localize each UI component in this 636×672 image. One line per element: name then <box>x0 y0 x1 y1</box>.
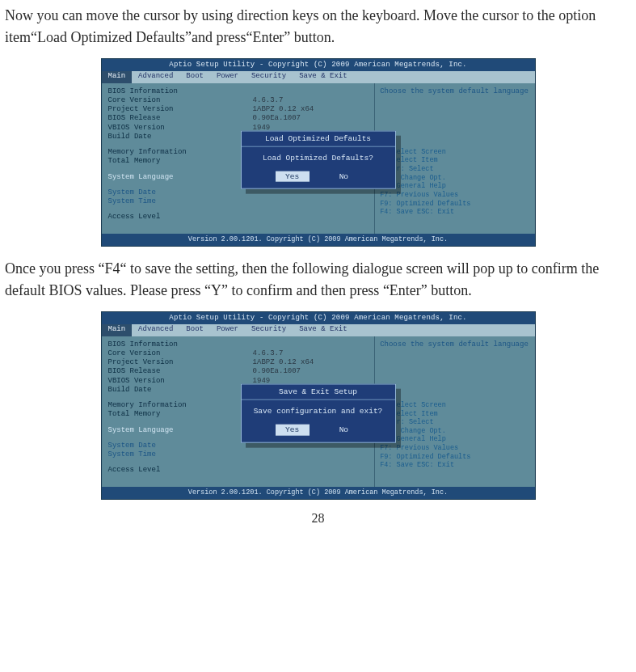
help-key-screen: ↔: Select Screen <box>380 148 529 157</box>
bios-help-pane: Choose the system default language ↔: Se… <box>374 336 534 487</box>
bios-tab-advanced[interactable]: Advanced <box>132 324 179 336</box>
build-date-label: Build Date <box>108 386 253 395</box>
help-key-change: +/-: Change Opt. <box>380 427 529 436</box>
memory-info-header: Memory Information <box>108 148 253 157</box>
system-time-item[interactable]: System Time <box>108 450 253 459</box>
bios-release-value: 0.90Ea.1007 <box>253 367 372 376</box>
bios-screenshot-load-defaults: Aptio Setup Utility - Copyright (C) 2009… <box>101 58 536 247</box>
bios-tab-power[interactable]: Power <box>210 71 245 82</box>
bios-screenshot-save-exit: Aptio Setup Utility - Copyright (C) 2009… <box>101 311 536 500</box>
bios-tab-advanced[interactable]: Advanced <box>132 71 179 82</box>
bios-tab-security[interactable]: Security <box>245 324 293 336</box>
help-key-enter: Enter: Select <box>380 165 529 174</box>
bios-tab-main[interactable]: Main <box>102 324 133 336</box>
project-version-label: Project Version <box>108 358 253 367</box>
system-language-item[interactable]: System Language <box>108 173 253 182</box>
system-date-item[interactable]: System Date <box>108 188 253 197</box>
project-version-label: Project Version <box>108 105 253 114</box>
help-key-f1: F1: General Help <box>380 182 529 191</box>
system-time-item[interactable]: System Time <box>108 197 253 206</box>
help-key-item: ↕: Select Item <box>380 156 529 165</box>
bios-release-label: BIOS Release <box>108 114 253 123</box>
bios-tab-save-exit[interactable]: Save & Exit <box>293 71 353 82</box>
help-key-f9: F9: Optimized Defaults <box>380 453 529 462</box>
bios-tab-row: Main Advanced Boot Power Security Save &… <box>102 324 535 336</box>
bios-release-label: BIOS Release <box>108 367 253 376</box>
core-version-value: 4.6.3.7 <box>253 349 372 358</box>
help-key-f1: F1: General Help <box>380 435 529 444</box>
project-version-value: 1ABPZ 0.12 x64 <box>253 358 372 367</box>
total-memory-label: Total Memory <box>108 157 253 166</box>
memory-info-header: Memory Information <box>108 401 253 410</box>
dialog-title: Save & Exit Setup <box>274 387 362 396</box>
dialog-no-button[interactable]: No <box>326 171 360 182</box>
bios-info-header: BIOS Information <box>108 87 253 96</box>
bios-titlebar: Aptio Setup Utility - Copyright (C) 2009… <box>102 312 535 324</box>
paragraph-2: Once you press “F4“ to save the setting,… <box>5 258 631 302</box>
dialog-title: Load Optimized Defaults <box>260 133 376 142</box>
bios-titlebar: Aptio Setup Utility - Copyright (C) 2009… <box>102 59 535 71</box>
dialog-load-optimized-defaults: Load Optimized Defaults Load Optimized D… <box>241 130 396 189</box>
dialog-body: Save configuration and exit? <box>242 399 395 424</box>
system-language-item[interactable]: System Language <box>108 426 253 435</box>
access-level-item: Access Level <box>108 213 253 222</box>
help-key-f4: F4: Save ESC: Exit <box>380 208 529 217</box>
dialog-yes-button[interactable]: Yes <box>276 171 310 182</box>
bios-footer: Version 2.00.1201. Copyright (C) 2009 Am… <box>102 234 535 247</box>
bios-help-pane: Choose the system default language ↔: Se… <box>374 83 534 234</box>
vbios-label: VBIOS Version <box>108 124 253 133</box>
help-key-f9: F9: Optimized Defaults <box>380 200 529 209</box>
system-date-item[interactable]: System Date <box>108 442 253 450</box>
help-description: Choose the system default language <box>380 340 529 349</box>
dialog-no-button[interactable]: No <box>326 424 360 435</box>
help-key-f4: F4: Save ESC: Exit <box>380 461 529 470</box>
project-version-value: 1ABPZ 0.12 x64 <box>253 105 372 114</box>
help-description: Choose the system default language <box>380 87 529 96</box>
bios-tab-security[interactable]: Security <box>245 71 293 82</box>
bios-tab-save-exit[interactable]: Save & Exit <box>293 324 353 336</box>
bios-tab-main[interactable]: Main <box>102 71 133 82</box>
dialog-save-and-exit: Save & Exit Setup Save configuration and… <box>241 384 396 443</box>
bios-release-value: 0.90Ea.1007 <box>253 114 372 123</box>
bios-tab-boot[interactable]: Boot <box>179 71 210 82</box>
bios-footer: Version 2.00.1201. Copyright (C) 2009 Am… <box>102 487 535 500</box>
help-key-f7: F7: Previous Values <box>380 444 529 453</box>
help-key-screen: ↔: Select Screen <box>380 401 529 410</box>
core-version-label: Core Version <box>108 349 253 358</box>
bios-info-header: BIOS Information <box>108 340 253 349</box>
help-key-enter: Enter: Select <box>380 418 529 427</box>
vbios-label: VBIOS Version <box>108 377 253 386</box>
core-version-value: 4.6.3.7 <box>253 96 372 105</box>
help-key-f7: F7: Previous Values <box>380 191 529 200</box>
bios-tab-power[interactable]: Power <box>210 324 245 336</box>
bios-tab-row: Main Advanced Boot Power Security Save &… <box>102 71 535 82</box>
total-memory-label: Total Memory <box>108 410 253 419</box>
access-level-item: Access Level <box>108 466 253 475</box>
paragraph-1: Now you can move the cursor by using dir… <box>5 5 631 49</box>
core-version-label: Core Version <box>108 96 253 105</box>
help-key-change: +/-: Change Opt. <box>380 174 529 183</box>
page-number: 28 <box>5 511 631 526</box>
dialog-yes-button[interactable]: Yes <box>276 424 310 435</box>
help-key-item: ↕: Select Item <box>380 410 529 419</box>
build-date-label: Build Date <box>108 133 253 142</box>
dialog-body: Load Optimized Defaults? <box>242 146 395 171</box>
bios-tab-boot[interactable]: Boot <box>179 324 210 336</box>
